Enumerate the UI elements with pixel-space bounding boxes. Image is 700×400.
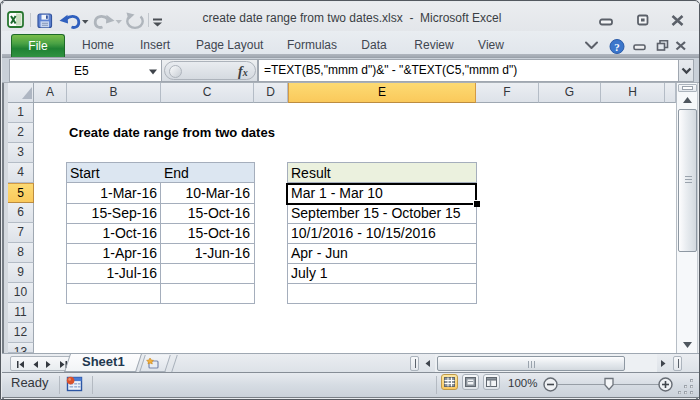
svg-text:?: ? (614, 41, 620, 53)
